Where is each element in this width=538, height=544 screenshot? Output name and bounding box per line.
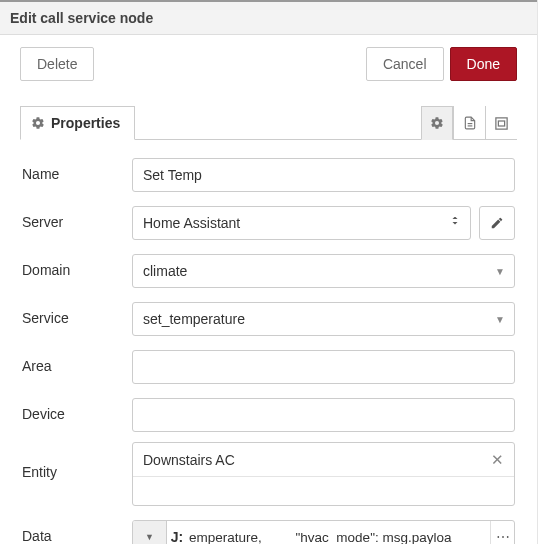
gear-icon [31, 116, 45, 130]
area-input[interactable] [132, 350, 515, 384]
tab-node-appearance[interactable] [485, 106, 517, 140]
remove-entity-button[interactable]: ✕ [487, 451, 508, 469]
entity-input[interactable]: Downstairs AC ✕ [132, 442, 515, 506]
cancel-button[interactable]: Cancel [366, 47, 444, 81]
tab-node-settings[interactable] [421, 106, 453, 140]
entity-tag: Downstairs AC ✕ [133, 443, 514, 477]
domain-label: Domain [22, 254, 132, 278]
area-label: Area [22, 350, 132, 374]
name-label: Name [22, 158, 132, 182]
data-label: Data [22, 520, 132, 544]
svg-rect-3 [498, 121, 504, 126]
ellipsis-icon: ⋯ [496, 529, 510, 544]
pencil-icon [490, 216, 504, 230]
edit-server-button[interactable] [479, 206, 515, 240]
file-icon [463, 116, 477, 130]
server-label: Server [22, 206, 132, 230]
svg-rect-2 [496, 117, 507, 128]
server-select[interactable]: Home Assistant [132, 206, 471, 240]
tabs: Properties [20, 106, 517, 140]
gear-icon [430, 116, 444, 130]
tab-node-description[interactable] [453, 106, 485, 140]
domain-input[interactable] [132, 254, 515, 288]
done-button[interactable]: Done [450, 47, 517, 81]
tab-properties-label: Properties [51, 115, 120, 131]
data-input[interactable] [187, 521, 490, 544]
delete-button[interactable]: Delete [20, 47, 94, 81]
service-label: Service [22, 302, 132, 326]
caret-down-icon: ▼ [495, 266, 505, 277]
rectangle-select-icon [494, 116, 509, 131]
device-input[interactable] [132, 398, 515, 432]
data-type-button[interactable]: ▼ [133, 521, 167, 544]
name-input[interactable] [132, 158, 515, 192]
expand-data-button[interactable]: ⋯ [490, 521, 514, 544]
toolbar: Delete Cancel Done [0, 35, 537, 106]
entity-tag-label: Downstairs AC [143, 452, 487, 468]
jsonata-prefix: J: [167, 529, 187, 544]
caret-down-icon: ▼ [495, 314, 505, 325]
device-label: Device [22, 398, 132, 422]
tab-properties[interactable]: Properties [20, 106, 135, 140]
dialog-title: Edit call service node [0, 0, 537, 35]
form: Name Server Home Assistant Domain [0, 140, 537, 544]
entity-label: Entity [22, 442, 132, 480]
service-input[interactable] [132, 302, 515, 336]
caret-down-icon: ▼ [145, 532, 154, 542]
data-field: ▼ J: ⋯ [132, 520, 515, 544]
